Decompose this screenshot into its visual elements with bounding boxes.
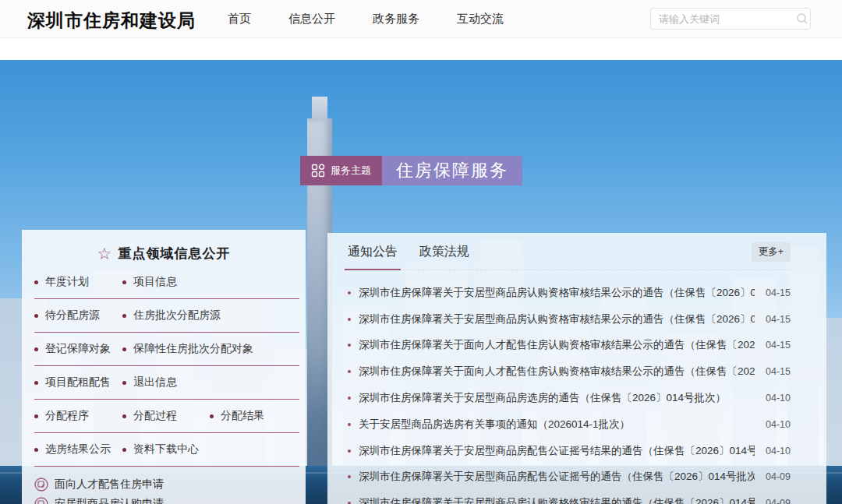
notice-date: 04-09 [755, 471, 791, 482]
site-logo[interactable]: 深圳市住房和建设局 [27, 9, 196, 33]
notice-list: 深圳市住房保障署关于安居型商品房认购资格审核结果公示的通告（住保售〔2026〕0… [348, 280, 791, 504]
nav-item-gov-services[interactable]: 政务服务 [373, 12, 419, 26]
panel-title: 重点领域信息公开 [118, 245, 230, 263]
notice-date: 04-09 [755, 498, 791, 504]
info-row: 年度计划 项目信息 [34, 266, 299, 299]
notice-item[interactable]: 深圳市住房保障署关于安居型商品房选房的通告（住保售〔2026〕014号批次） 0… [348, 385, 791, 411]
info-row: 待分配房源 住房批次分配房源 [34, 299, 299, 333]
application-form-icon [34, 497, 48, 504]
info-link-alloc-process[interactable]: 分配过程 [122, 409, 210, 423]
info-link-alloc-result[interactable]: 分配结果 [210, 409, 264, 423]
notice-item[interactable]: 深圳市住房保障署关于面向人才配售住房认购资格审核结果公示的通告（住保售〔2026… [348, 333, 791, 359]
notice-item[interactable]: 深圳市住房保障署关于安居型商品房配售公证摇号结果的通告（住保售〔2026〕014… [348, 438, 791, 464]
info-row: 登记保障对象 保障性住房批次分配对象 [34, 333, 299, 366]
nav-item-info-disclosure[interactable]: 信息公开 [288, 12, 335, 26]
star-icon: ☆ [97, 245, 112, 262]
info-link-registered-targets[interactable]: 登记保障对象 [34, 342, 122, 356]
notice-date: 04-10 [755, 446, 791, 456]
info-link-exit-info[interactable]: 退出信息 [122, 375, 177, 389]
notice-date: 04-10 [755, 419, 791, 430]
page: 深圳市住房和建设局 首页 信息公开 政务服务 互动交流 [0, 0, 842, 504]
service-theme-tag[interactable]: 服务主题 [300, 156, 382, 185]
info-link-annual-plan[interactable]: 年度计划 [34, 275, 122, 289]
service-theme-label: 服务主题 [331, 164, 371, 178]
notice-title: 深圳市住房保障署关于安居型商品房选房的通告（住保售〔2026〕014号批次） [359, 391, 755, 405]
application-form-icon [34, 478, 48, 492]
hero-banner: 服务主题 住房保障服务 ☆ 重点领域信息公开 年度计划 项目信息 待分配房源 住… [0, 60, 842, 504]
info-link-pending-housing[interactable]: 待分配房源 [34, 308, 122, 322]
service-title: 住房保障服务 [382, 156, 522, 185]
notice-date: 04-15 [755, 366, 791, 377]
apply-link-anju-housing[interactable]: 安居型商品房认购申请 [34, 494, 306, 504]
notice-date: 04-15 [755, 287, 791, 298]
info-row: 项目配租配售 退出信息 [34, 366, 299, 400]
search-input[interactable] [659, 13, 796, 25]
notice-panel: 通知公告 政策法规 更多+ 深圳市住房保障署关于安居型商品房认购资格审核结果公示… [327, 233, 826, 504]
info-link-selection-publicity[interactable]: 选房结果公示 [34, 442, 122, 456]
notice-date: 04-10 [755, 393, 791, 404]
notice-title: 深圳市住房保障署关于安居型商品房配售公证摇号的通告（住保售〔2026〕014号批… [359, 470, 755, 484]
tab-policies[interactable]: 政策法规 [419, 244, 469, 270]
panel-title-row: ☆ 重点领域信息公开 [22, 230, 306, 266]
apply-link-label: 面向人才配售住房申请 [55, 478, 164, 492]
nav-item-home[interactable]: 首页 [228, 12, 251, 26]
apply-link-talent-housing[interactable]: 面向人才配售住房申请 [34, 474, 306, 494]
notice-date: 04-15 [755, 340, 791, 351]
notice-date: 04-15 [755, 314, 791, 325]
notice-item[interactable]: 深圳市住房保障署关于安居型商品房认购资格终审结果的通告（住保售〔2026〕014… [348, 490, 791, 504]
info-link-batch-targets[interactable]: 保障性住房批次分配对象 [122, 342, 253, 356]
notice-item[interactable]: 深圳市住房保障署关于安居型商品房认购资格审核结果公示的通告（住保售〔2026〕0… [348, 306, 791, 333]
notice-item[interactable]: 深圳市住房保障署关于面向人才配售住房认购资格审核结果公示的通告（住保售〔2026… [348, 358, 791, 385]
search-box [650, 8, 811, 30]
grid-icon [311, 164, 325, 178]
notice-title: 深圳市住房保障署关于安居型商品房配售公证摇号结果的通告（住保售〔2026〕014… [359, 444, 755, 458]
apply-links: 面向人才配售住房申请 安居型商品房认购申请 new 保障性租赁住房认租申请 [34, 474, 306, 504]
search-icon[interactable] [796, 12, 808, 25]
info-link-project-info[interactable]: 项目信息 [122, 275, 177, 289]
info-link-download-center[interactable]: 资料下载中心 [122, 442, 199, 456]
notice-title: 深圳市住房保障署关于面向人才配售住房认购资格审核结果公示的通告（住保售〔2026… [359, 338, 755, 352]
info-row: 选房结果公示 资料下载中心 [34, 433, 299, 467]
notice-title: 深圳市住房保障署关于安居型商品房认购资格终审结果的通告（住保售〔2026〕014… [359, 496, 755, 504]
tab-notices[interactable]: 通知公告 [348, 244, 398, 270]
info-link-batch-housing[interactable]: 住房批次分配房源 [122, 308, 221, 322]
notice-title: 深圳市住房保障署关于面向人才配售住房认购资格审核结果公示的通告（住保售〔2026… [359, 365, 755, 379]
notice-item[interactable]: 关于安居型商品房选房有关事项的通知（2026014-1批次） 04-10 [348, 411, 791, 438]
notice-title: 深圳市住房保障署关于安居型商品房认购资格审核结果公示的通告（住保售〔2026〕0… [359, 286, 755, 300]
notice-item[interactable]: 深圳市住房保障署关于安居型商品房认购资格审核结果公示的通告（住保售〔2026〕0… [348, 280, 791, 306]
main-nav: 首页 信息公开 政务服务 互动交流 [228, 0, 504, 38]
notice-tabbar: 通知公告 政策法规 更多+ [348, 233, 791, 270]
notice-title: 关于安居型商品房选房有关事项的通知（2026014-1批次） [359, 418, 755, 432]
info-disclosure-panel: ☆ 重点领域信息公开 年度计划 项目信息 待分配房源 住房批次分配房源 登记保障… [22, 230, 306, 504]
notice-item[interactable]: 深圳市住房保障署关于安居型商品房配售公证摇号的通告（住保售〔2026〕014号批… [348, 464, 791, 491]
info-link-alloc-procedure[interactable]: 分配程序 [34, 409, 122, 423]
header: 深圳市住房和建设局 首页 信息公开 政务服务 互动交流 [0, 0, 842, 38]
more-button[interactable]: 更多+ [752, 242, 791, 262]
info-link-project-rent-sale[interactable]: 项目配租配售 [34, 375, 122, 389]
apply-link-label: 安居型商品房认购申请 [55, 497, 164, 504]
nav-item-interaction[interactable]: 互动交流 [457, 12, 504, 26]
notice-title: 深圳市住房保障署关于安居型商品房认购资格审核结果公示的通告（住保售〔2026〕0… [359, 312, 755, 326]
info-row: 分配程序 分配过程 分配结果 [34, 400, 299, 433]
service-theme-banner: 服务主题 住房保障服务 [300, 156, 522, 185]
